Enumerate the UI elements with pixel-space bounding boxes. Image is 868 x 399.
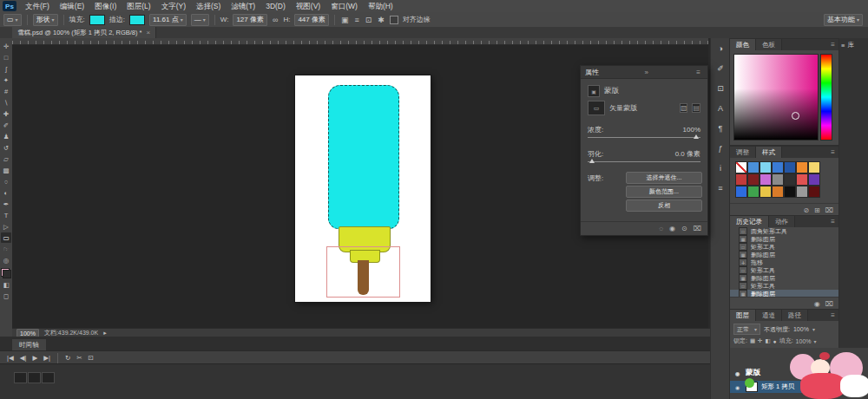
quick-mask-button[interactable]: ◧: [1, 279, 11, 290]
notes-panel-icon[interactable]: ≡: [713, 182, 727, 194]
delete-mask-icon[interactable]: ⌧: [694, 225, 701, 232]
tool-preset-picker[interactable]: ▭ ▾: [3, 14, 22, 26]
style-swatch[interactable]: [796, 161, 808, 173]
play-button[interactable]: ▶: [32, 354, 37, 362]
style-swatch[interactable]: [735, 173, 747, 186]
history-item[interactable]: □矩形工具: [730, 243, 838, 251]
menu-edit[interactable]: 编辑(E): [55, 0, 89, 12]
density-slider[interactable]: [588, 137, 700, 138]
gradient-tool[interactable]: ▩: [1, 165, 11, 175]
stroke-style-select[interactable]: — ▾: [191, 14, 209, 26]
style-swatch[interactable]: [747, 173, 760, 186]
panel-menu-icon[interactable]: ≡: [694, 69, 703, 76]
path-arrangement-icon[interactable]: ⊡: [365, 16, 373, 24]
add-pixel-mask-icon[interactable]: ▧: [680, 103, 688, 113]
invert-button[interactable]: 反相: [626, 200, 702, 212]
eye-icon[interactable]: ◉: [735, 384, 742, 390]
panel-menu-icon[interactable]: ≡: [827, 216, 838, 227]
character-panel-icon[interactable]: A: [713, 102, 727, 114]
width-field[interactable]: 127 像素: [233, 14, 267, 26]
load-selection-from-mask-icon[interactable]: ◌: [659, 225, 663, 232]
color-range-button[interactable]: 颜色范围...: [626, 186, 702, 198]
tab-swatches[interactable]: 色板: [756, 39, 782, 50]
next-frame-button[interactable]: ▶|: [43, 354, 50, 362]
add-vector-mask-icon[interactable]: ▤: [692, 103, 700, 113]
menu-select[interactable]: 选择(S): [191, 0, 226, 12]
select-and-mask-button[interactable]: 选择并遮住...: [626, 172, 702, 184]
style-swatch[interactable]: [735, 186, 747, 198]
style-swatch[interactable]: [784, 173, 796, 186]
clone-stamp-tool[interactable]: ♟: [1, 131, 11, 141]
document-tab[interactable]: 雪糕.psd @ 100% (矩形 1 拷贝 2, RGB/8) * ×: [12, 27, 156, 38]
style-swatch[interactable]: [772, 161, 784, 173]
style-swatch[interactable]: [796, 186, 808, 198]
collapse-panel-icon[interactable]: »: [641, 69, 650, 76]
lasso-tool[interactable]: ʃ: [1, 63, 11, 74]
clone-source-panel-icon[interactable]: ⊡: [713, 82, 727, 95]
eyedropper-tool[interactable]: ∖: [1, 97, 11, 108]
screen-mode-button[interactable]: ◻: [1, 291, 11, 301]
hue-slider[interactable]: [820, 54, 832, 141]
magic-wand-tool[interactable]: ✦: [1, 75, 11, 85]
tab-layers[interactable]: 图层: [730, 310, 756, 321]
tab-actions[interactable]: 动作: [769, 216, 795, 227]
background-color-swatch[interactable]: [3, 270, 11, 278]
height-field[interactable]: 447 像素: [294, 14, 329, 26]
glyphs-panel-icon[interactable]: ƒ: [713, 142, 727, 154]
path-selection-tool[interactable]: ▷: [1, 221, 11, 232]
density-slider-knob[interactable]: [694, 134, 699, 139]
tab-styles[interactable]: 样式: [756, 147, 782, 158]
zoom-tool[interactable]: ◎: [1, 255, 11, 265]
dodge-tool[interactable]: ◐: [1, 187, 11, 198]
align-edges-checkbox[interactable]: [390, 16, 398, 24]
loop-button[interactable]: ↻: [65, 354, 70, 362]
timeline-frame[interactable]: [14, 372, 27, 383]
tab-timeline[interactable]: 时间轴: [12, 339, 46, 350]
panel-menu-icon[interactable]: ≡: [827, 147, 838, 158]
style-swatch[interactable]: [784, 186, 796, 198]
libraries-panel-tab[interactable]: ≡ 库: [841, 41, 854, 49]
menu-type[interactable]: 文字(Y): [156, 0, 191, 12]
menu-view[interactable]: 视图(V): [291, 0, 326, 12]
clear-style-icon[interactable]: ⊘: [803, 206, 809, 214]
brush-tool[interactable]: ✐: [1, 120, 11, 130]
timeline-frame[interactable]: [28, 372, 41, 383]
tab-color[interactable]: 颜色: [730, 39, 756, 50]
feather-value[interactable]: 0.0 像素: [675, 149, 700, 159]
panel-menu-icon[interactable]: ≡: [827, 310, 838, 321]
history-item[interactable]: ▦删除图层: [730, 251, 838, 258]
status-arrow-icon[interactable]: ▸: [103, 330, 107, 337]
delete-style-icon[interactable]: ⌧: [825, 206, 833, 214]
tool-mode-select[interactable]: 形状 ▾: [33, 14, 58, 26]
adjustments-panel-icon[interactable]: ◑: [713, 43, 727, 55]
color-picker-cursor[interactable]: [792, 112, 799, 120]
move-tool[interactable]: ✛: [1, 41, 11, 51]
timeline-frame[interactable]: [42, 372, 55, 383]
tab-history[interactable]: 历史记录: [730, 216, 769, 227]
menu-file[interactable]: 文件(F): [20, 0, 55, 12]
crop-tool[interactable]: #: [1, 86, 11, 96]
brush-settings-panel-icon[interactable]: ✐: [713, 62, 727, 75]
style-swatch[interactable]: [747, 186, 760, 198]
style-swatch[interactable]: [760, 186, 772, 198]
style-swatch[interactable]: [772, 186, 784, 198]
workspace-switcher[interactable]: 基本功能 ▾: [824, 14, 863, 26]
opacity-value[interactable]: 100%: [793, 326, 809, 332]
color-swatches[interactable]: [1, 268, 11, 278]
hand-tool[interactable]: ☞: [1, 244, 11, 254]
eye-icon[interactable]: ◉: [735, 370, 742, 376]
split-button[interactable]: ✂: [76, 354, 82, 362]
density-value[interactable]: 100%: [683, 126, 700, 134]
style-swatch[interactable]: [808, 173, 820, 186]
layer-thumbnail[interactable]: [746, 382, 758, 392]
style-swatch[interactable]: [796, 173, 808, 186]
style-swatch[interactable]: [808, 161, 820, 173]
tab-channels[interactable]: 通道: [756, 310, 782, 321]
shape-settings-gear-icon[interactable]: ✱: [377, 16, 385, 24]
eraser-tool[interactable]: ▱: [1, 154, 11, 164]
panel-menu-icon[interactable]: ≡: [827, 39, 838, 50]
history-item[interactable]: ▦删除图层: [730, 274, 838, 282]
info-panel-icon[interactable]: i: [713, 162, 727, 174]
pen-tool[interactable]: ✒: [1, 199, 11, 209]
menu-image[interactable]: 图像(I): [89, 0, 122, 12]
